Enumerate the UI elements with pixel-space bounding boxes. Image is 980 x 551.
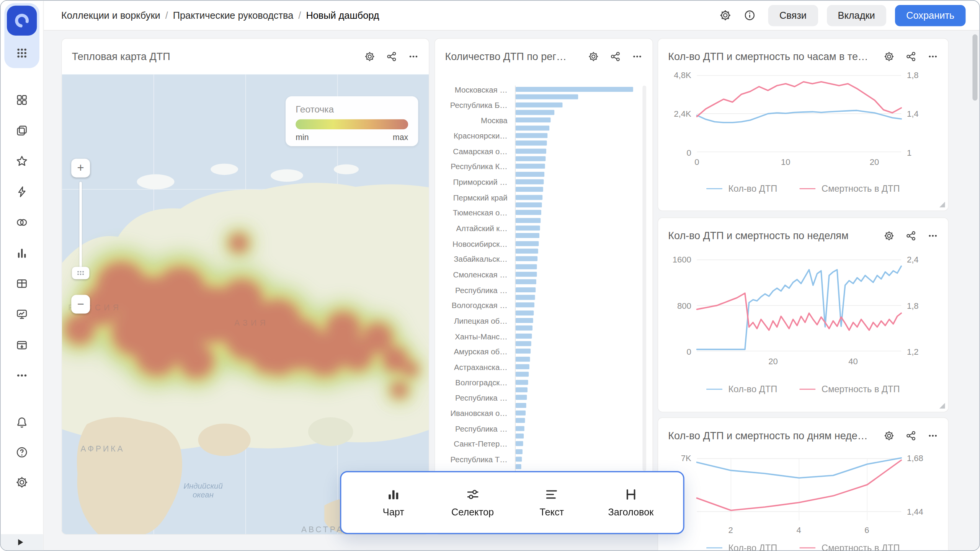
page-scrollbar-thumb[interactable] <box>972 34 977 101</box>
map-legend-gradient <box>296 119 408 129</box>
widget-more-icon[interactable] <box>408 51 419 62</box>
expand-arrow-icon <box>18 539 23 545</box>
nav-workbooks-icon[interactable] <box>16 124 28 137</box>
bar-category-label: Москва <box>440 116 507 132</box>
stage: Коллекции и воркбуки / Практические руко… <box>0 0 980 551</box>
bar <box>516 132 641 139</box>
widget-share-icon[interactable] <box>906 230 916 241</box>
widget-line-weeks: Кол-во ДТП и смертность по неделям 1600 … <box>658 217 949 412</box>
widget-bar-chart: Количество ДТП по рег… Московская …Респу… <box>434 38 653 535</box>
bar <box>516 370 641 378</box>
info-icon[interactable] <box>744 9 756 21</box>
zoom-in-button[interactable]: + <box>71 159 90 178</box>
bar <box>516 255 641 262</box>
grip-icon <box>74 269 87 277</box>
toolbar-item-chart[interactable]: Чарт <box>367 487 420 518</box>
widget-share-icon[interactable] <box>906 430 916 441</box>
widget-share-icon[interactable] <box>386 51 397 62</box>
widget-more-icon[interactable] <box>632 51 643 62</box>
widget-gear-icon[interactable] <box>884 51 895 62</box>
nav-connections-bolt-icon[interactable] <box>16 186 28 198</box>
save-button[interactable]: Сохранить <box>895 5 966 26</box>
breadcrumb-guides[interactable]: Практические руководства <box>173 10 293 21</box>
widget-gear-icon[interactable] <box>364 51 375 62</box>
bar-category-label: Амурская об… <box>440 347 507 363</box>
nav-tables-icon[interactable] <box>16 277 28 290</box>
widget-gear-icon[interactable] <box>884 230 895 241</box>
legend-item-dtp[interactable]: Кол-во ДТП <box>706 384 777 394</box>
x-axis-tick: 20 <box>870 157 879 166</box>
nav-datasets-venn-icon[interactable] <box>16 216 28 229</box>
legend-item-death[interactable]: Смертность в ДТП <box>800 384 900 394</box>
bar <box>516 340 641 347</box>
breadcrumb-collections[interactable]: Коллекции и воркбуки <box>61 10 160 21</box>
apps-grid-icon[interactable] <box>16 47 28 59</box>
legend-label: Кол-во ДТП <box>728 543 777 551</box>
resize-handle[interactable] <box>939 403 945 409</box>
links-button[interactable]: Связи <box>768 5 818 26</box>
toolbar-item-heading[interactable]: Заголовок <box>604 487 658 518</box>
nav-more-icon[interactable] <box>16 369 28 382</box>
settings-gear-icon[interactable] <box>16 476 28 489</box>
zoom-slider-handle[interactable] <box>72 267 90 279</box>
legend-label: Смертность в ДТП <box>822 184 900 194</box>
y2-axis-tick: 1,4 <box>907 109 919 119</box>
nav-charts-icon[interactable] <box>16 247 28 259</box>
bar <box>516 455 641 463</box>
bar <box>516 186 641 193</box>
widget-more-icon[interactable] <box>928 230 938 241</box>
legend-item-dtp[interactable]: Кол-во ДТП <box>706 184 777 194</box>
line-chart-plot: 4,8K 2,4K 0 1,8 1,4 1 0 10 20 <box>697 75 901 152</box>
toolbar-item-selector[interactable]: Селектор <box>446 487 499 518</box>
y-axis-tick: 800 <box>677 301 691 310</box>
toolbar-item-text[interactable]: Текст <box>525 487 578 518</box>
widget-more-icon[interactable] <box>928 51 938 62</box>
sidebar-collapse-strip[interactable] <box>1 534 43 550</box>
bar-category-label: Астраханска… <box>440 363 507 378</box>
bar <box>516 278 641 286</box>
toolbar-item-label: Чарт <box>383 507 404 518</box>
bar-category-label: Приморский … <box>440 178 507 193</box>
nav-favorites-star-icon[interactable] <box>16 155 28 168</box>
widget-gear-icon[interactable] <box>588 51 599 62</box>
heatmap-map[interactable]: РОССИЯ АЗИЯ АФРИКА Индийский океан АВСТР… <box>62 74 429 534</box>
bar-category-label: Смоленская … <box>440 271 507 286</box>
notifications-bell-icon[interactable] <box>16 416 28 429</box>
legend-item-death[interactable]: Смертность в ДТП <box>800 184 900 194</box>
bar <box>516 301 641 309</box>
bar <box>516 101 641 109</box>
legend-swatch-pink <box>800 389 816 390</box>
bar-category-label: Забайкальск… <box>440 255 507 271</box>
dashboard-board: Тепловая карта ДТП <box>43 31 980 550</box>
nav-collections-icon[interactable] <box>16 94 28 106</box>
bar <box>516 463 641 471</box>
dashboard-settings-gear-icon[interactable] <box>719 9 731 21</box>
bar <box>516 209 641 217</box>
y-axis-tick: 7K <box>681 453 691 463</box>
legend-item-death[interactable]: Смертность в ДТП <box>800 543 900 551</box>
zoom-slider-track[interactable] <box>79 182 82 271</box>
bar <box>516 147 641 155</box>
widget-title: Кол-во ДТП и смертность по дням неде… <box>668 430 877 442</box>
bar <box>516 240 641 247</box>
bar-category-label: Новосибирск… <box>440 240 507 255</box>
bar <box>516 155 641 163</box>
zoom-out-button[interactable]: − <box>71 295 90 314</box>
bar <box>516 363 641 370</box>
bar <box>516 109 641 116</box>
datalens-logo[interactable] <box>7 6 37 36</box>
widget-share-icon[interactable] <box>906 51 916 62</box>
resize-handle[interactable] <box>939 202 945 207</box>
widget-more-icon[interactable] <box>928 430 938 441</box>
bar-chart-scrollbar[interactable] <box>642 86 646 471</box>
y2-axis-tick: 1,2 <box>907 347 919 357</box>
bar <box>516 271 641 278</box>
legend-item-dtp[interactable]: Кол-во ДТП <box>706 543 777 551</box>
bar-category-label: Ханты-Манс… <box>440 332 507 347</box>
help-icon[interactable] <box>16 446 28 459</box>
widget-gear-icon[interactable] <box>884 430 895 441</box>
nav-dashboards-monitor-icon[interactable] <box>16 308 28 321</box>
nav-storage-box-icon[interactable] <box>16 339 28 351</box>
tabs-button[interactable]: Вкладки <box>826 5 886 26</box>
widget-share-icon[interactable] <box>610 51 621 62</box>
